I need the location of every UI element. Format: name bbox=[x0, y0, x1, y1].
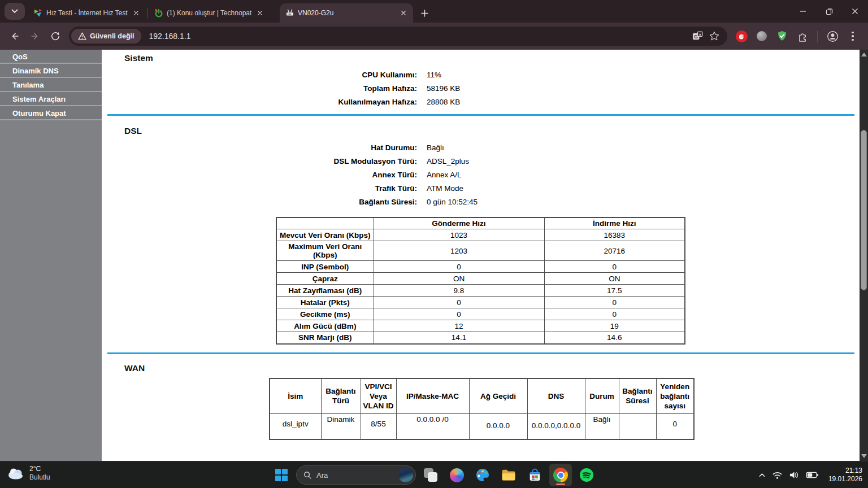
adblock-extension-button[interactable] bbox=[733, 28, 750, 45]
scroll-down-icon[interactable] bbox=[860, 452, 868, 460]
sidebar-item-qos[interactable]: QoS bbox=[0, 50, 102, 64]
taskbar-search[interactable]: Ara bbox=[296, 465, 416, 485]
cell: 0 bbox=[656, 413, 694, 439]
close-icon[interactable] bbox=[131, 8, 141, 18]
table-row: Hatalar (Pkts)00 bbox=[276, 297, 685, 308]
bookmark-button[interactable] bbox=[706, 28, 723, 45]
page-scrollbar[interactable] bbox=[860, 50, 868, 461]
shield-extension-button[interactable] bbox=[774, 28, 791, 45]
wifi-icon[interactable] bbox=[772, 470, 783, 480]
spotify-button[interactable] bbox=[575, 464, 598, 486]
kv-value: 58196 KB bbox=[427, 84, 460, 93]
address-bar[interactable]: Güvenli değil 192.168.1.1 Ga bbox=[69, 27, 727, 46]
wan-table: İsim Bağlantı Türü VPI/VCI Veya VLAN ID … bbox=[269, 378, 695, 441]
tab-title: (1) Konu oluştur | Technopat So bbox=[167, 9, 251, 17]
cell: 1023 bbox=[374, 229, 544, 241]
spotify-icon bbox=[579, 468, 594, 482]
cell: dsl_iptv bbox=[270, 413, 321, 439]
section-divider bbox=[107, 114, 854, 116]
section-title-wan: WAN bbox=[124, 363, 860, 373]
sidebar-item-sistem-araclari[interactable]: Sistem Araçları bbox=[0, 92, 102, 106]
cell: 0.0.0.0 bbox=[469, 413, 527, 439]
back-button[interactable] bbox=[5, 26, 25, 46]
weather-widget[interactable]: 2°C Bulutlu bbox=[7, 465, 50, 482]
tray-chevron-icon[interactable] bbox=[758, 472, 766, 478]
sphere-extension-icon bbox=[757, 31, 767, 41]
task-view-button[interactable] bbox=[419, 464, 442, 486]
start-button[interactable] bbox=[270, 464, 293, 486]
cell: 8/55 bbox=[361, 413, 396, 439]
weather-temp: 2°C bbox=[29, 465, 50, 473]
volume-icon[interactable] bbox=[789, 470, 800, 480]
scroll-up-icon[interactable] bbox=[860, 50, 868, 59]
table-row: Mevcut Veri Oranı (Kbps)102316383 bbox=[276, 229, 685, 241]
wan-col-ip-maske: IP/Maske-MAC bbox=[396, 378, 469, 414]
search-highlight-image[interactable] bbox=[398, 468, 413, 482]
cell: 0.0.0.0,0.0.0.0 bbox=[527, 413, 585, 439]
cell: ON bbox=[544, 273, 685, 285]
kv-row: Toplam Hafıza:58196 KB bbox=[107, 81, 860, 95]
cloud-icon bbox=[7, 467, 25, 480]
cell: 0 bbox=[544, 308, 685, 320]
tab-search-button[interactable] bbox=[5, 3, 25, 20]
row-label: Gecikme (ms) bbox=[276, 308, 374, 320]
reload-button[interactable] bbox=[45, 26, 66, 46]
kv-value: 28808 KB bbox=[427, 98, 460, 106]
extensions-menu-button[interactable] bbox=[794, 28, 811, 45]
minimize-button[interactable] bbox=[790, 0, 816, 23]
sphere-extension-button[interactable] bbox=[753, 28, 770, 45]
close-window-button[interactable] bbox=[842, 0, 868, 23]
table-header-row: İsim Bağlantı Türü VPI/VCI Veya VLAN ID … bbox=[270, 378, 694, 414]
cell: 14.1 bbox=[374, 332, 544, 344]
wan-col-dns: DNS bbox=[527, 378, 585, 414]
sidebar-item-dinamik-dns[interactable]: Dinamik DNS bbox=[0, 64, 102, 78]
copilot-button[interactable] bbox=[445, 464, 468, 486]
main-content: Sistem CPU Kullanımı:11% Toplam Hafıza:5… bbox=[102, 50, 860, 461]
kv-value: Annex A/L bbox=[427, 171, 462, 179]
cell: 0 bbox=[544, 297, 685, 308]
close-icon[interactable] bbox=[398, 8, 409, 18]
adblock-hand-icon bbox=[736, 30, 748, 42]
translate-icon: Ga bbox=[692, 31, 703, 42]
cell: 0.0.0.0 /0 bbox=[396, 413, 469, 439]
menu-kebab-icon bbox=[852, 32, 854, 41]
cell: 1203 bbox=[374, 241, 544, 261]
cell: 0 bbox=[374, 261, 544, 273]
row-label: Hatalar (Pkts) bbox=[276, 297, 374, 308]
profile-button[interactable] bbox=[824, 28, 841, 45]
forward-icon bbox=[30, 31, 40, 41]
scrollbar-thumb[interactable] bbox=[861, 130, 867, 290]
battery-icon[interactable] bbox=[806, 470, 819, 480]
table-row: Alım Gücü (dBm)1219 bbox=[276, 320, 685, 332]
translate-button[interactable]: Ga bbox=[689, 28, 706, 45]
sidebar-item-tanilama[interactable]: Tanılama bbox=[0, 78, 102, 92]
chrome-button[interactable] bbox=[549, 464, 572, 486]
taskbar-clock[interactable]: 21:13 19.01.2026 bbox=[828, 467, 862, 483]
sidebar-item-oturumu-kapat[interactable]: Oturumu Kapat bbox=[0, 106, 102, 120]
tab-technopat[interactable]: (1) Konu oluştur | Technopat So bbox=[149, 3, 280, 23]
file-explorer-button[interactable] bbox=[497, 464, 520, 486]
kv-value: ADSL_2plus bbox=[427, 157, 469, 165]
cell: 19 bbox=[544, 320, 685, 332]
forward-button[interactable] bbox=[25, 26, 45, 46]
toolbar-divider bbox=[817, 30, 818, 42]
new-tab-button[interactable] bbox=[416, 5, 432, 21]
close-icon[interactable] bbox=[255, 8, 265, 18]
close-icon bbox=[852, 8, 858, 15]
tab-router-active[interactable]: VN020-G2u bbox=[280, 3, 413, 23]
table-row: Gecikme (ms)00 bbox=[276, 308, 685, 320]
reload-icon bbox=[50, 31, 60, 41]
security-chip[interactable]: Güvenli değil bbox=[71, 29, 141, 43]
browser-menu-button[interactable] bbox=[844, 28, 861, 45]
microsoft-store-button[interactable] bbox=[523, 464, 546, 486]
paint-button[interactable] bbox=[471, 464, 494, 486]
weather-condition: Bulutlu bbox=[29, 473, 50, 482]
kv-label: Annex Türü: bbox=[107, 171, 417, 179]
cell: 17.5 bbox=[544, 285, 685, 297]
tab-speedtest[interactable]: Hız Testi - İnternet Hız Testi & S bbox=[28, 3, 146, 23]
cell: 0 bbox=[544, 261, 685, 273]
wan-col-durum: Durum bbox=[585, 378, 619, 414]
table-header-row: Gönderme Hızı İndirme Hızı bbox=[276, 217, 685, 229]
restore-button[interactable] bbox=[816, 0, 842, 23]
kv-row: Annex Türü:Annex A/L bbox=[107, 168, 860, 181]
